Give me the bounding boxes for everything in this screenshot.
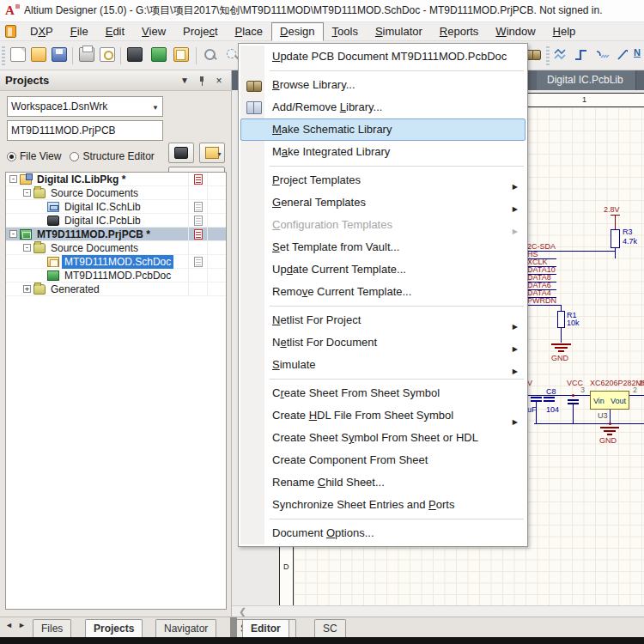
tree-item-label[interactable]: Digital IC.LibPkg * bbox=[34, 173, 128, 186]
menubar-item-window[interactable]: Window bbox=[487, 22, 544, 41]
r1-value[interactable]: 10k bbox=[567, 319, 580, 327]
tree-item-label[interactable]: MT9D111MOD.PrjPCB * bbox=[34, 228, 153, 241]
components-panel-button[interactable] bbox=[168, 143, 194, 163]
pcb-document-icon[interactable] bbox=[151, 47, 167, 62]
tree-row-digital-ic-schlib[interactable]: Digital IC.SchLib bbox=[6, 200, 226, 214]
place-net-label-icon[interactable]: N bbox=[634, 47, 644, 63]
open-documents-button[interactable]: ▼ bbox=[199, 143, 225, 163]
tree-row-digital-ic-pcblib[interactable]: Digital IC.PcbLib bbox=[6, 214, 226, 228]
menu-item-netlist-for-project[interactable]: Netlist For Project▶ bbox=[240, 309, 526, 331]
menu-item-create-sheet-from-sheet-symbol[interactable]: Create Sheet From Sheet Symbol bbox=[240, 382, 526, 404]
menu-item-synchronize-sheet-entries-and-ports[interactable]: Synchronize Sheet Entries and Ports bbox=[240, 494, 526, 516]
menubar-item-dxp[interactable]: DXP bbox=[21, 22, 62, 41]
panel-splitter[interactable] bbox=[230, 617, 237, 638]
save-document-icon[interactable] bbox=[52, 47, 67, 62]
menu-item-set-template-from-vault[interactable]: Set Template from Vault... bbox=[240, 236, 526, 258]
zoom-document-icon[interactable] bbox=[203, 47, 218, 62]
horizontal-scrollbar[interactable]: ❮ bbox=[232, 605, 644, 617]
menubar-item-tools[interactable]: Tools bbox=[324, 22, 367, 41]
menu-item-browse-library[interactable]: Browse Library... bbox=[240, 74, 526, 96]
regulator-part-number[interactable]: XC6206P282MR bbox=[590, 380, 644, 387]
collapse-icon[interactable]: - bbox=[9, 175, 17, 183]
menu-item-add-remove-library[interactable]: Add/Remove Library... bbox=[240, 96, 526, 118]
regulator-body-u3[interactable]: Vin Vout bbox=[590, 391, 629, 410]
toolbar-grip[interactable] bbox=[2, 46, 5, 65]
dropdown-chevron-icon[interactable]: ▼ bbox=[216, 151, 222, 157]
combo-chevron-icon[interactable]: ▼ bbox=[152, 104, 159, 112]
menubar-item-place[interactable]: Place bbox=[227, 22, 272, 41]
tab-sc[interactable]: SC bbox=[314, 619, 346, 637]
tree-item-label[interactable]: Digital IC.PcbLib bbox=[62, 214, 143, 228]
project-combo[interactable]: MT9D111MOD.PrjPCB bbox=[7, 120, 163, 141]
tree-row-source-documents[interactable]: -Source Documents bbox=[6, 241, 226, 255]
tab-editor[interactable]: Editor bbox=[242, 619, 289, 637]
menu-item-make-schematic-library[interactable]: Make Schematic Library bbox=[240, 118, 526, 141]
browse-components-icon[interactable] bbox=[127, 47, 143, 62]
tab-projects[interactable]: Projects bbox=[85, 619, 143, 637]
regulator-designator[interactable]: U3 bbox=[598, 412, 608, 420]
cap-value-cut[interactable]: uF bbox=[527, 406, 537, 414]
tree-item-label[interactable]: Generated bbox=[48, 283, 102, 296]
menu-item-document-options[interactable]: Document Options... bbox=[240, 522, 526, 544]
tab-files[interactable]: Files bbox=[33, 619, 71, 637]
menubar-item-project[interactable]: Project bbox=[174, 22, 226, 41]
menu-item-update-current-template[interactable]: Update Current Template... bbox=[240, 258, 526, 281]
print-icon[interactable] bbox=[79, 47, 94, 62]
tree-item-label[interactable]: MT9D111MOD.SchDoc bbox=[62, 255, 173, 269]
net-label-pwrdn[interactable]: PWRDN bbox=[527, 297, 556, 305]
scroll-left-arrow-icon[interactable]: ❮ bbox=[239, 606, 246, 617]
menu-item-configuration-templates[interactable]: Configuration Templates▶ bbox=[240, 214, 526, 236]
menu-item-general-templates[interactable]: General Templates▶ bbox=[240, 191, 526, 214]
tree-row-mt9d111mod-prjpcb[interactable]: -MT9D111MOD.PrjPCB * bbox=[6, 228, 226, 241]
structure-editor-radio[interactable] bbox=[70, 152, 79, 161]
panel-pin-icon[interactable] bbox=[195, 75, 209, 87]
toolbar-grip[interactable] bbox=[546, 46, 550, 65]
cap-value[interactable]: 104 bbox=[546, 406, 559, 414]
menu-item-update-pcb-document-mt9d111mod-pcbdoc[interactable]: Update PCB Document MT9D111MOD.PcbDoc bbox=[240, 46, 526, 68]
resistor-r1[interactable] bbox=[557, 311, 565, 328]
collapse-icon[interactable]: - bbox=[23, 189, 31, 197]
new-document-icon[interactable] bbox=[10, 47, 26, 62]
document-tab[interactable]: Digital IC.PcbLib bbox=[537, 70, 636, 90]
menu-item-project-templates[interactable]: Project Templates▶ bbox=[240, 169, 526, 191]
tree-item-label[interactable]: Digital IC.SchLib bbox=[62, 200, 143, 214]
tree-row-mt9d111mod-pcbdoc[interactable]: MT9D111MOD.PcbDoc bbox=[6, 269, 226, 283]
menubar-item-help[interactable]: Help bbox=[544, 22, 585, 41]
file-view-radio[interactable] bbox=[7, 152, 16, 161]
menubar-item-reports[interactable]: Reports bbox=[431, 22, 488, 41]
collapse-icon[interactable]: - bbox=[23, 244, 31, 252]
panel-close-icon[interactable]: × bbox=[212, 75, 226, 87]
tree-item-label[interactable]: Source Documents bbox=[48, 241, 141, 255]
tree-item-label[interactable]: Source Documents bbox=[48, 186, 141, 200]
place-wire-icon[interactable] bbox=[553, 47, 568, 63]
tree-row-generated[interactable]: +Generated bbox=[6, 283, 226, 296]
menubar-item-file[interactable]: File bbox=[62, 22, 97, 41]
workspace-combo[interactable]: Workspace1.DsnWrk ▼ bbox=[7, 96, 163, 117]
menubar-item-design[interactable]: Design bbox=[271, 22, 323, 41]
menu-item-make-integrated-library[interactable]: Make Integrated Library bbox=[240, 141, 526, 163]
schematic-sheet-icon[interactable] bbox=[173, 47, 189, 62]
tab-navigator[interactable]: Navigator bbox=[155, 619, 216, 637]
menu-item-simulate[interactable]: Simulate▶ bbox=[240, 354, 526, 376]
expand-icon[interactable]: + bbox=[23, 285, 31, 293]
tree-row-source-documents[interactable]: -Source Documents bbox=[6, 186, 226, 200]
menu-item-create-sheet-symbol-from-sheet-or-hdl[interactable]: Create Sheet Symbol From Sheet or HDL bbox=[240, 427, 526, 449]
place-bus-icon[interactable] bbox=[574, 47, 589, 63]
collapse-icon[interactable]: - bbox=[9, 230, 17, 238]
dxp-app-icon[interactable] bbox=[5, 25, 16, 38]
menubar-item-simulator[interactable]: Simulator bbox=[367, 22, 431, 41]
power-net-label[interactable]: 2.8V bbox=[604, 206, 620, 214]
tree-row-mt9d111mod-schdoc[interactable]: MT9D111MOD.SchDoc bbox=[6, 255, 226, 269]
open-document-icon[interactable] bbox=[31, 47, 46, 62]
print-preview-icon[interactable] bbox=[100, 47, 115, 62]
menu-item-create-component-from-sheet[interactable]: Create Component From Sheet bbox=[240, 449, 526, 471]
menu-item-remove-current-template[interactable]: Remove Current Template... bbox=[240, 281, 526, 303]
panel-tab-scroll-arrows[interactable]: ◄► bbox=[5, 621, 31, 629]
panel-menu-chevron-icon[interactable]: ▼ bbox=[178, 75, 191, 87]
place-bus-entry-icon[interactable] bbox=[594, 47, 610, 63]
place-line-icon[interactable] bbox=[615, 47, 630, 63]
tree-item-label[interactable]: MT9D111MOD.PcbDoc bbox=[62, 269, 173, 283]
menubar-item-edit[interactable]: Edit bbox=[97, 22, 133, 41]
resistor-r3[interactable] bbox=[611, 229, 620, 248]
gnd-label[interactable]: GND bbox=[551, 355, 568, 362]
